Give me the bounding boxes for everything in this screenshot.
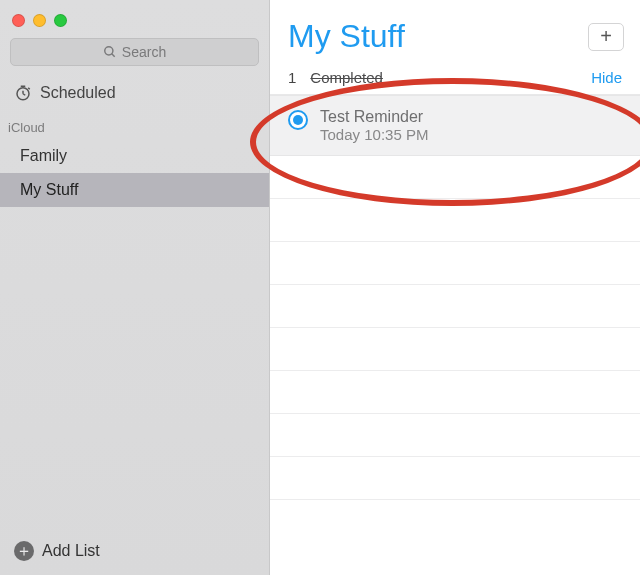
empty-lines [270, 156, 640, 500]
completed-label: Completed [310, 69, 383, 86]
sidebar-item-family[interactable]: Family [0, 139, 269, 173]
main-pane: My Stuff + 1 Completed Hide Test Reminde… [270, 0, 640, 575]
sidebar-item-label: Family [20, 147, 67, 164]
minimize-window-button[interactable] [33, 14, 46, 27]
radio-dot-icon [293, 115, 303, 125]
svg-line-6 [28, 88, 30, 90]
add-reminder-button[interactable]: + [588, 23, 624, 51]
close-window-button[interactable] [12, 14, 25, 27]
list-title: My Stuff [288, 18, 405, 55]
sidebar-section-label: iCloud [0, 110, 269, 139]
list-row-empty[interactable] [270, 199, 640, 242]
scheduled-label: Scheduled [40, 84, 116, 102]
list-row-empty[interactable] [270, 457, 640, 500]
clock-icon [14, 84, 32, 102]
plus-circle-icon: ＋ [14, 541, 34, 561]
reminder-subtitle: Today 10:35 PM [320, 126, 428, 143]
add-list-label: Add List [42, 542, 100, 560]
sidebar-item-my-stuff[interactable]: My Stuff [0, 173, 269, 207]
main-header: My Stuff + [270, 0, 640, 61]
list-row-empty[interactable] [270, 328, 640, 371]
sidebar: Search Scheduled iCloud Family My Stuff … [0, 0, 270, 575]
reminder-row[interactable]: Test Reminder Today 10:35 PM [270, 95, 640, 156]
list-row-empty[interactable] [270, 242, 640, 285]
list-row-empty[interactable] [270, 156, 640, 199]
search-icon [103, 45, 117, 59]
sidebar-item-label: My Stuff [20, 181, 78, 198]
completed-row[interactable]: 1 Completed Hide [270, 61, 640, 95]
reminder-complete-toggle[interactable] [288, 110, 308, 130]
svg-point-0 [105, 47, 113, 55]
list-row-empty[interactable] [270, 414, 640, 457]
window-controls [0, 0, 269, 30]
reminder-text: Test Reminder Today 10:35 PM [320, 108, 428, 143]
add-list-button[interactable]: ＋ Add List [0, 527, 269, 575]
reminder-title: Test Reminder [320, 108, 428, 126]
completed-left: 1 Completed [288, 69, 383, 86]
zoom-window-button[interactable] [54, 14, 67, 27]
hide-completed-button[interactable]: Hide [591, 69, 622, 86]
search-input[interactable]: Search [10, 38, 259, 66]
list-row-empty[interactable] [270, 371, 640, 414]
sidebar-spacer [0, 207, 269, 527]
search-placeholder: Search [122, 44, 166, 60]
search-container: Search [0, 30, 269, 76]
svg-line-4 [23, 94, 25, 96]
completed-count: 1 [288, 69, 296, 86]
list-row-empty[interactable] [270, 285, 640, 328]
sidebar-item-scheduled[interactable]: Scheduled [0, 76, 269, 110]
plus-icon: + [600, 25, 612, 48]
svg-line-1 [112, 54, 115, 57]
